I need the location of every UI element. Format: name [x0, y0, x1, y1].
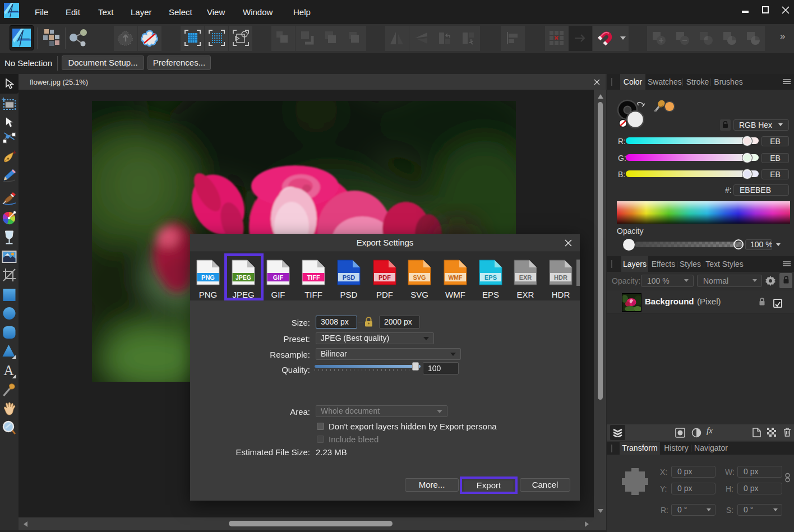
- svg-text:EXR: EXR: [519, 274, 532, 281]
- svg-text:PNG: PNG: [201, 274, 215, 281]
- svg-text:HDR: HDR: [554, 274, 567, 281]
- svg-text:EPS: EPS: [484, 274, 497, 281]
- svg-text:GIF: GIF: [273, 274, 284, 281]
- svg-text:SVG: SVG: [413, 274, 426, 281]
- svg-text:A: A: [4, 364, 14, 378]
- svg-text:PSD: PSD: [343, 274, 356, 281]
- svg-text:WMF: WMF: [448, 274, 463, 281]
- svg-text:TIFF: TIFF: [307, 274, 320, 281]
- svg-text:PDF: PDF: [378, 274, 391, 281]
